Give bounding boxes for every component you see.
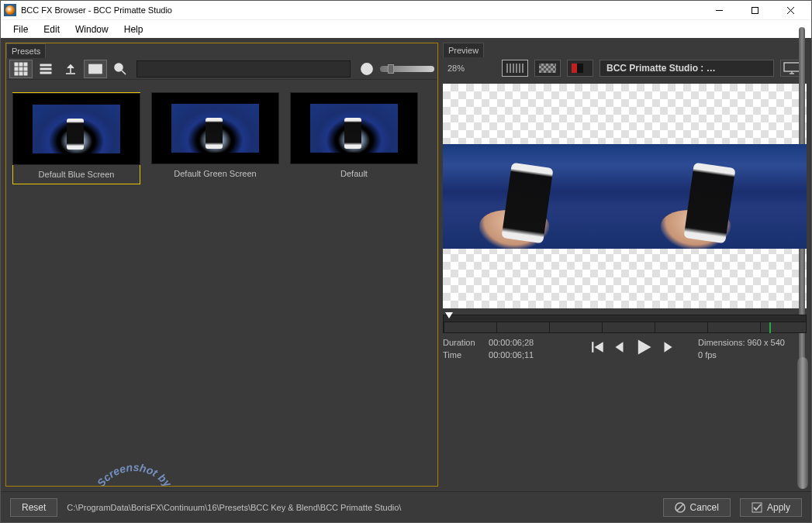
bottom-bar: Reset C:\ProgramData\BorisFX\Continuum\1… [1,491,811,522]
preset-label: Default [337,164,371,183]
svg-point-18 [115,64,123,71]
preset-path: C:\ProgramData\BorisFX\Continuum\16\Pres… [67,503,653,512]
preview-dim-info: Dimensions: 960 x 540 0 fps [698,338,807,360]
main-area: Presets [1,38,811,491]
presets-grid: Default Blue Screen Default Green Screen… [6,80,437,486]
svg-line-38 [677,504,683,511]
duration-value: 00:00:06;28 [489,338,534,347]
titlebar: BCC FX Browser - BCC Primatte Studio [1,1,811,19]
app-icon [4,4,16,16]
apply-button[interactable]: Apply [740,498,802,517]
preview-effect-name[interactable]: BCC Primatte Studio : … [599,60,774,77]
svg-rect-13 [40,64,51,66]
menu-help[interactable]: Help [116,22,151,37]
menu-window[interactable]: Window [67,22,116,37]
preview-scrollbar[interactable] [797,357,808,489]
step-back-button[interactable] [613,340,627,354]
preview-header: Preview [443,43,484,57]
minimize-button[interactable] [701,1,737,19]
window-title: BCC FX Browser - BCC Primatte Studio [21,5,172,15]
svg-marker-36 [664,342,672,353]
preset-thumbnail [290,92,418,164]
presets-search-input[interactable] [136,60,351,77]
svg-rect-29 [784,63,800,71]
preview-viewport[interactable] [443,84,807,308]
maximize-button[interactable] [737,1,772,19]
time-label: Time [443,350,486,360]
app-window: BCC FX Browser - BCC Primatte Studio Fil… [0,0,812,523]
preset-label: Default Green Screen [171,164,259,183]
menu-edit[interactable]: Edit [36,22,67,37]
menubar: File Edit Window Help [1,19,811,38]
presets-toolbar [6,58,437,80]
svg-text:Screenshot by: Screenshot by [95,461,174,486]
preview-mode-original-button[interactable] [502,60,528,77]
preview-zoom[interactable]: 28% [446,64,466,74]
preview-panel: Preview 28% BCC Primatte Studio : … [443,43,807,487]
preset-thumbnail [151,92,279,164]
preset-label: Default Blue Screen [36,165,118,184]
transport-controls [591,338,675,356]
fps-value: 0 fps [698,350,807,360]
duration-label: Duration [443,338,486,347]
presets-panel: Presets [5,43,438,487]
svg-rect-7 [15,67,18,71]
presets-capture-button[interactable] [84,60,107,78]
svg-rect-6 [24,63,27,66]
slider-thumb[interactable] [388,64,394,74]
presets-folder-up-button[interactable] [59,60,82,78]
go-to-start-button[interactable] [591,340,605,354]
svg-rect-15 [40,72,51,74]
svg-marker-33 [594,342,603,353]
time-ruler[interactable] [443,322,807,333]
current-time-marker [769,322,771,333]
svg-rect-4 [15,63,18,66]
preview-mode-split-button[interactable] [567,60,593,77]
preview-toolbar: 28% BCC Primatte Studio : … [443,57,807,79]
preset-item[interactable]: Default Blue Screen [12,92,140,184]
presets-clear-cancel-icon[interactable] [355,60,378,78]
watermark-screenshot-by: Screenshot by Ahadesign.eu [84,459,185,486]
svg-point-17 [93,66,98,71]
preset-thumbnail [12,93,140,165]
preview-after [625,84,807,308]
close-button[interactable] [772,1,808,19]
seek-bar[interactable] [443,315,807,322]
preview-info-row: Duration 00:00:06;28 Time 00:00:06;11 Di… [443,338,807,360]
menu-file[interactable]: File [5,22,36,37]
preview-time-info: Duration 00:00:06;28 Time 00:00:06;11 [443,338,567,360]
svg-rect-9 [24,67,27,71]
preview-clip [443,144,625,249]
svg-marker-35 [638,339,651,354]
step-forward-button[interactable] [661,340,675,354]
reset-button[interactable]: Reset [10,498,57,517]
preview-before [443,84,625,308]
svg-rect-10 [15,72,18,75]
svg-rect-5 [19,63,22,66]
svg-line-19 [122,71,126,74]
presets-header: Presets [6,43,46,58]
play-button[interactable] [634,338,653,356]
svg-rect-32 [592,342,593,353]
svg-rect-8 [19,67,22,71]
dimensions-value: Dimensions: 960 x 540 [698,338,807,347]
presets-view-grid-button[interactable] [9,60,33,78]
svg-rect-14 [40,68,51,70]
svg-marker-34 [615,342,623,353]
svg-rect-1 [752,7,758,13]
playhead-icon[interactable] [445,312,453,318]
window-controls [701,1,808,19]
presets-thumbnail-size-slider[interactable] [380,66,434,72]
presets-view-list-button[interactable] [34,60,57,78]
preview-mode-alpha-button[interactable] [534,60,561,77]
svg-rect-12 [24,72,27,75]
preview-timeline: Duration 00:00:06;28 Time 00:00:06;11 Di… [443,315,807,360]
time-value: 00:00:06;11 [489,350,534,360]
svg-rect-11 [19,72,22,75]
preset-item[interactable]: Default Green Screen [151,92,279,184]
preview-clip [625,144,807,249]
cancel-button[interactable]: Cancel [663,498,731,517]
presets-search-button[interactable] [109,60,132,78]
preset-item[interactable]: Default [290,92,418,184]
